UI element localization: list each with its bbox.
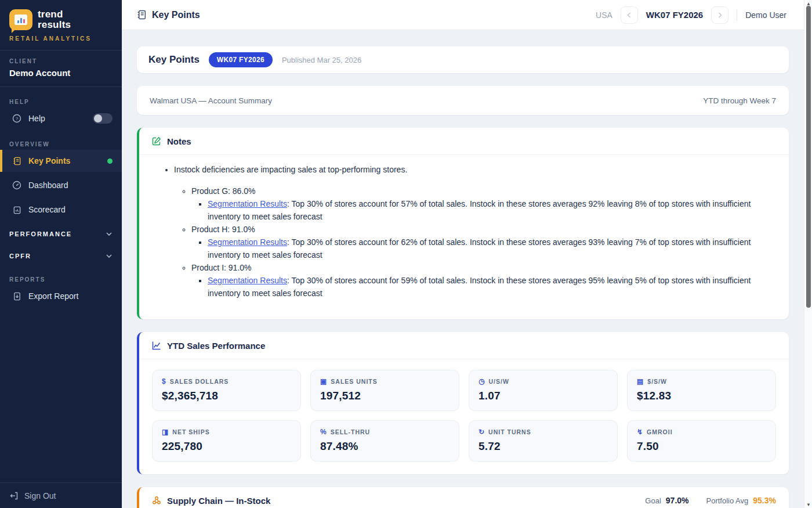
brand-tagline: RETAIL ANALYTICS <box>9 35 113 42</box>
client-name: Demo Account <box>9 68 113 78</box>
ytd-sales-section: YTD Sales Performance $SALES DOLLARS $2,… <box>137 332 789 474</box>
note-detail: Segmentation Results: Top 30% of stores … <box>208 274 774 300</box>
export-icon <box>12 292 22 301</box>
goal-label: Goal <box>645 496 661 505</box>
metric-card-dsw: ▤$/S/W $12.83 <box>627 370 776 411</box>
overview-section-label: OVERVIEW <box>0 141 122 147</box>
sidebar-item-label: Dashboard <box>28 181 68 190</box>
ytd-title: YTD Sales Performance <box>167 341 265 351</box>
metrics-grid: $SALES DOLLARS $2,365,718 ▣SALES UNITS 1… <box>139 359 789 474</box>
note-bullet: Instock deficiencies are impacting sales… <box>174 163 774 300</box>
help-section-label: HELP <box>0 99 122 105</box>
chevron-down-icon <box>106 230 113 237</box>
sign-out-label: Sign Out <box>24 491 56 500</box>
scroll-down-arrow-icon[interactable]: ▼ <box>804 501 812 508</box>
logo-block: trend results RETAIL ANALYTICS <box>0 0 122 51</box>
help-label: Help <box>28 114 45 123</box>
bolt-icon: ↯ <box>637 428 643 436</box>
supply-chain-icon <box>152 496 161 505</box>
metric-value: 7.50 <box>637 440 766 453</box>
note-product: Product I: 91.0% Segmentation Results: T… <box>191 261 774 300</box>
metric-card-sell-thru: %SELL-THRU 87.48% <box>310 420 459 462</box>
chevron-right-icon <box>716 12 723 19</box>
card-title: Key Points <box>148 54 200 66</box>
sidebar-item-label: Export Report <box>28 291 78 301</box>
week-badge: WK07 FY2026 <box>209 52 273 67</box>
sidebar-item-help[interactable]: ? Help <box>0 107 122 129</box>
segmentation-results-link[interactable]: Segmentation Results <box>208 237 287 247</box>
sidebar-item-key-points[interactable]: Key Points <box>0 150 122 172</box>
vertical-scrollbar[interactable]: ▲ ▼ <box>804 0 812 508</box>
metric-value: 1.07 <box>478 390 608 402</box>
reports-section-label: REPORTS <box>0 276 122 283</box>
divider <box>737 9 737 21</box>
week-selector-value: WK07 FY2026 <box>646 10 703 20</box>
account-summary-label: Walmart USA — Account Summary <box>150 96 272 105</box>
note-detail: Segmentation Results: Top 30% of stores … <box>208 197 774 223</box>
page-title: Key Points <box>152 10 200 20</box>
dashboard-icon <box>12 181 22 190</box>
notes-section: Notes Instock deficiencies are impacting… <box>137 128 789 319</box>
sidebar-item-dashboard[interactable]: Dashboard <box>0 174 122 196</box>
refresh-icon: ↻ <box>478 428 485 436</box>
portfolio-avg-label: Portfolio Avg <box>706 496 749 505</box>
note-product: Product H: 91.0% Segmentation Results: T… <box>191 223 774 261</box>
scrollbar-thumb[interactable] <box>806 6 811 308</box>
help-toggle[interactable] <box>93 113 113 124</box>
sidebar-item-label: Scorecard <box>28 205 66 214</box>
metric-value: 197,512 <box>320 390 449 402</box>
metric-card-gmroii: ↯GMROII 7.50 <box>627 420 776 462</box>
brand-logo-icon <box>9 9 32 30</box>
help-icon: ? <box>12 114 22 123</box>
sidebar-group-performance[interactable]: PERFORMANCE <box>0 225 122 243</box>
sign-out-button[interactable]: Sign Out <box>0 482 122 508</box>
supply-chain-section: Supply Chain — In-Stock Goal 97.0% Portf… <box>137 487 789 508</box>
package-icon: ▣ <box>320 377 327 385</box>
sidebar-item-label: Key Points <box>28 156 70 165</box>
sidebar-item-scorecard[interactable]: Scorecard <box>0 199 122 221</box>
chevron-left-icon <box>626 12 633 19</box>
user-name: Demo User <box>745 10 786 20</box>
notes-body: Instock deficiencies are impacting sales… <box>139 155 789 319</box>
banknote-icon: ▤ <box>637 377 644 385</box>
goal-value: 97.0% <box>666 496 689 505</box>
note-product: Product G: 86.0% Segmentation Results: T… <box>191 185 774 223</box>
dollar-icon: $ <box>162 377 166 385</box>
metric-card-sales-dollars: $SALES DOLLARS $2,365,718 <box>152 370 301 411</box>
account-summary-bar: Walmart USA — Account Summary YTD throug… <box>137 86 789 115</box>
client-label: CLIENT <box>9 58 113 64</box>
metric-value: $12.83 <box>637 390 766 402</box>
metric-card-sales-units: ▣SALES UNITS 197,512 <box>310 370 459 411</box>
next-week-button[interactable] <box>711 6 728 24</box>
segmentation-results-link[interactable]: Segmentation Results <box>208 199 287 208</box>
gauge-icon: ◷ <box>478 377 485 385</box>
sidebar-group-cpfr[interactable]: CPFR <box>0 247 122 265</box>
notes-title: Notes <box>167 136 191 146</box>
line-chart-icon <box>152 341 161 350</box>
supply-title: Supply Chain — In-Stock <box>167 496 270 506</box>
percent-icon: % <box>320 428 327 436</box>
metric-card-unit-turns: ↻UNIT TURNS 5.72 <box>469 420 618 462</box>
sidebar-item-export-report[interactable]: Export Report <box>0 285 122 307</box>
truck-icon: ◨ <box>162 428 169 436</box>
page-title-icon <box>137 10 147 20</box>
metric-value: 225,780 <box>162 440 291 453</box>
svg-text:?: ? <box>16 116 19 121</box>
metric-value: $2,365,718 <box>162 390 291 402</box>
metric-value: 5.72 <box>478 440 608 453</box>
metric-value: 87.48% <box>320 440 449 453</box>
top-bar: Key Points USA WK07 FY2026 Demo User <box>122 0 804 30</box>
portfolio-avg-value: 95.3% <box>753 496 776 505</box>
prev-week-button[interactable] <box>621 6 638 24</box>
key-points-title-card: Key Points WK07 FY2026 Published Mar 25,… <box>137 46 789 73</box>
scorecard-icon <box>12 206 22 214</box>
chevron-down-icon <box>106 253 113 260</box>
region-label: USA <box>596 10 612 20</box>
brand-name: trend results <box>38 9 71 30</box>
published-date: Published Mar 25, 2026 <box>282 56 361 64</box>
segmentation-results-link[interactable]: Segmentation Results <box>208 276 287 285</box>
notebook-icon <box>12 157 22 165</box>
note-detail: Segmentation Results: Top 30% of stores … <box>208 236 774 261</box>
metric-card-net-ships: ◨NET SHIPS 225,780 <box>152 420 301 462</box>
sign-out-icon <box>9 491 19 500</box>
